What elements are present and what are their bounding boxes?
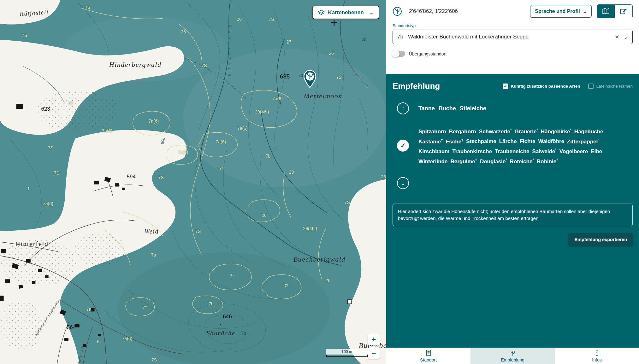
standorttyp-label: Standortstyp: [393, 23, 633, 28]
tab-empfehlung[interactable]: Empfehlung: [470, 348, 555, 364]
species-item: Traubenkirsche: [452, 147, 492, 156]
species-item: Vogelbeere: [559, 147, 588, 156]
species-item: Douglasie°: [480, 156, 507, 166]
standorttyp-select[interactable]: 7b - Waldmeister-Buchenwald mit Lockeräh…: [393, 30, 633, 44]
coordinates-readout: 2'646'862, 1'222'606: [409, 8, 458, 14]
uebergangsstandort-toggle[interactable]: [393, 51, 405, 57]
species-item: Stechpalme: [466, 137, 496, 146]
species-item: Robinie°: [537, 156, 558, 166]
edit-icon: [620, 8, 627, 15]
species-item: Zitterpappel°: [567, 136, 599, 146]
species-item: Lärche: [499, 137, 517, 146]
future-species-checkbox-group: Künftig zusätzlich passende Arten: [503, 84, 580, 89]
empfehlung-title: Empfehlung: [393, 81, 440, 91]
info-icon: [594, 350, 600, 356]
species-item: Hagebuche: [574, 128, 603, 136]
tree-icon: [510, 350, 516, 356]
tab-infos[interactable]: Infos: [555, 348, 639, 364]
future-species-label: Künftig zusätzlich passende Arten: [511, 84, 580, 89]
language-profile-label: Sprache und Profil: [535, 9, 580, 14]
topo-map[interactable]: RütjosteliHinderbergwaldMertelmoosWeidHi…: [0, 0, 386, 364]
chevron-down-icon: ⌄: [370, 9, 374, 15]
future-species-checkbox[interactable]: [503, 84, 508, 89]
species-item: Grauerle°: [514, 126, 538, 136]
chevron-down-icon: ⌄: [583, 9, 587, 14]
species-item: Hängebirke°: [541, 126, 571, 136]
species-item: Kirschbaum: [418, 147, 449, 156]
promoted-species-row: ↑ Tanne Buche Stieleiche: [393, 102, 633, 114]
zoom-controls: + −: [368, 333, 380, 359]
zoom-out-button[interactable]: −: [368, 347, 380, 359]
demoted-species-row: ↓: [393, 177, 633, 189]
species-item: Winterlinde: [418, 158, 447, 166]
tab-label: Infos: [592, 357, 601, 362]
export-recommendation-button[interactable]: Empfehlung exportieren: [569, 233, 633, 246]
height-zone-note: Hier ändert sich zwar die Höhenstufe nic…: [393, 204, 633, 226]
species-item: Esche†: [446, 136, 463, 146]
side-panel: 2'646'862, 1'222'606 Sprache und Profil …: [386, 0, 639, 364]
panel-header: 2'646'862, 1'222'606 Sprache und Profil …: [386, 0, 639, 74]
zoom-in-button[interactable]: +: [368, 333, 380, 345]
tab-label: Empfehlung: [501, 357, 524, 362]
latin-names-checkbox[interactable]: [588, 84, 594, 89]
map-view-button[interactable]: [597, 5, 615, 18]
species-item: Eibe: [591, 147, 602, 156]
recommended-species-list: SpitzahornBergahornSchwarzerle°Grauerle°…: [418, 126, 627, 166]
arrow-up-circle-icon: ↑: [397, 102, 409, 114]
empfehlung-panel: Empfehlung Künftig zusätzlich passende A…: [386, 74, 639, 348]
view-toggle-group: [597, 4, 633, 18]
map-icon: [602, 8, 610, 15]
promoted-species-list: Tanne Buche Stieleiche: [418, 105, 486, 112]
species-item: Schwarzerle°: [479, 126, 512, 136]
species-item: Traubeneiche: [495, 147, 530, 156]
species-item: Bergulme†: [450, 156, 477, 166]
app-window: RütjosteliHinderbergwaldMertelmoosWeidHi…: [0, 0, 639, 364]
bottom-tab-bar: Standort Empfehlung Infos: [386, 348, 639, 364]
treeapp-logo-icon: [393, 7, 402, 16]
tab-label: Standort: [420, 357, 437, 362]
species-item: Spitzahorn: [418, 128, 446, 136]
standorttyp-value: 7b - Waldmeister-Buchenwald mit Lockeräh…: [397, 34, 615, 40]
scale-label: 100 m: [326, 349, 368, 355]
document-icon: [425, 350, 432, 356]
species-item: Roteiche°: [510, 156, 534, 166]
layers-icon: [318, 9, 325, 16]
map-graphics: [0, 0, 386, 364]
latin-names-label: Lateinische Namen: [596, 84, 633, 89]
edit-form-button[interactable]: [615, 5, 632, 18]
layers-button-label: Kartenebenen: [328, 9, 364, 16]
species-item: Kastanie†: [418, 136, 443, 146]
species-item: Waldföhre: [538, 137, 564, 146]
recommended-species-row: ✓ SpitzahornBergahornSchwarzerle°Grauerl…: [393, 126, 633, 166]
chevron-down-icon: ⌄: [624, 34, 628, 40]
species-item: Fichte: [519, 137, 535, 146]
species-item: Bergahorn: [449, 128, 476, 136]
scale-line: [326, 355, 368, 357]
map-scale-bar: 100 m: [326, 349, 368, 357]
location-marker-pin[interactable]: [303, 70, 317, 89]
clear-icon[interactable]: ✕: [615, 34, 619, 40]
species-item: Salweide°: [532, 146, 557, 156]
uebergangsstandort-label: Übergangsstandort: [409, 51, 447, 56]
check-circle-icon: ✓: [397, 140, 409, 152]
arrow-down-circle-icon: ↓: [397, 177, 409, 189]
latin-names-checkbox-group: Lateinische Namen: [588, 84, 633, 89]
language-profile-button[interactable]: Sprache und Profil ⌄: [530, 5, 592, 18]
tab-standort[interactable]: Standort: [386, 348, 470, 364]
layers-button[interactable]: Kartenebenen ⌄: [312, 6, 379, 19]
